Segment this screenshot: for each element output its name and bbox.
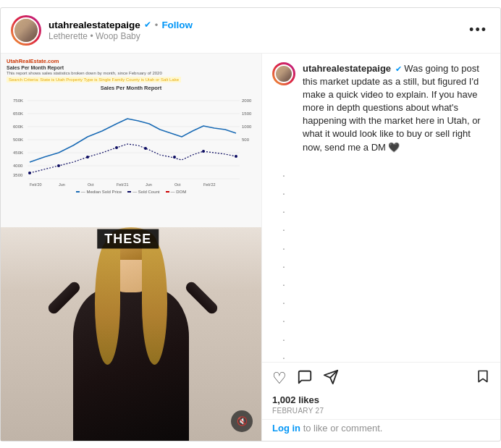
svg-text:3500: 3500	[13, 173, 23, 177]
chart-site: UtahRealEstate.com	[7, 58, 256, 64]
person-body	[73, 289, 189, 441]
svg-text:Jun: Jun	[59, 182, 65, 187]
svg-text:1000: 1000	[242, 124, 252, 129]
save-icon	[476, 368, 490, 384]
comment-icon	[297, 369, 313, 385]
actions-bar: ♡	[262, 362, 500, 392]
share-button[interactable]	[323, 369, 339, 387]
svg-text:650K: 650K	[13, 111, 23, 116]
header-avatar[interactable]	[11, 15, 41, 46]
login-row: Log in to like or comment.	[262, 419, 500, 441]
follow-button[interactable]: Follow	[161, 20, 193, 30]
action-icons: ♡	[272, 368, 490, 389]
svg-point-18	[28, 172, 31, 174]
chart-criteria: Search Criteria: State is Utah Property …	[7, 77, 181, 83]
chart-overlay: UtahRealEstate.com Sales Per Month Repor…	[1, 54, 261, 240]
comments-area: utahrealestatepaige ✔ Was going to post …	[262, 54, 500, 362]
comment-verified-icon: ✔	[395, 64, 402, 73]
comment-text: Was going to post this market update as …	[303, 63, 481, 153]
svg-text:Feb'21: Feb'21	[117, 182, 129, 187]
comment-body: utahrealestatepaige ✔ Was going to post …	[303, 62, 490, 154]
chart-legend: — Median Sold Price — Sold Count — DOM	[7, 190, 256, 194]
chart-desc: This report shows sales statistics broke…	[7, 71, 256, 75]
person-silhouette	[1, 227, 261, 440]
video-caption: THESE	[97, 229, 159, 249]
login-link[interactable]: Log in	[272, 423, 300, 434]
likes-row: 1,002 likes	[262, 392, 500, 407]
chart-main-title: Sales Per Month Report	[7, 85, 256, 91]
arm-left	[46, 279, 82, 315]
chart-svg: 750K 650K 600K 500K 450K 4000 3500 2000 …	[7, 93, 256, 187]
more-options-button[interactable]: •••	[466, 22, 490, 38]
likes-count[interactable]: 1,002 likes	[272, 394, 319, 405]
dot-separator: •	[155, 20, 159, 30]
svg-text:Jun: Jun	[146, 182, 152, 187]
header-info: utahrealestatepaige ✔ • Follow Letherett…	[49, 20, 466, 41]
svg-text:Oct: Oct	[88, 182, 94, 187]
svg-text:1500: 1500	[242, 111, 252, 116]
post-container: utahrealestatepaige ✔ • Follow Letherett…	[0, 7, 501, 441]
comment-username[interactable]: utahrealestatepaige	[303, 63, 391, 74]
like-button[interactable]: ♡	[272, 371, 287, 386]
svg-point-22	[144, 147, 147, 150]
svg-point-20	[86, 156, 89, 159]
svg-text:4000: 4000	[13, 164, 23, 168]
login-text: to like or comment.	[303, 423, 383, 434]
comment-avatar[interactable]	[272, 62, 295, 85]
svg-point-25	[235, 155, 237, 158]
post-content: UtahRealEstate.com Sales Per Month Repor…	[1, 54, 500, 441]
svg-point-21	[115, 146, 118, 149]
arm-right	[184, 279, 219, 315]
svg-text:450K: 450K	[13, 151, 23, 155]
mute-icon: 🔇	[237, 416, 248, 426]
svg-text:600K: 600K	[13, 124, 23, 129]
svg-text:500K: 500K	[13, 138, 23, 142]
svg-text:Oct: Oct	[174, 182, 181, 187]
person-figure	[30, 231, 232, 441]
username-row: utahrealestatepaige ✔ • Follow	[49, 20, 466, 30]
main-comment: utahrealestatepaige ✔ Was going to post …	[272, 62, 490, 154]
post-header: utahrealestatepaige ✔ • Follow Letherett…	[1, 8, 500, 54]
person-area	[1, 227, 261, 440]
svg-text:Feb'20: Feb'20	[30, 182, 42, 187]
post-media[interactable]: UtahRealEstate.com Sales Per Month Repor…	[1, 54, 261, 441]
svg-text:2000: 2000	[242, 98, 252, 103]
svg-marker-35	[479, 371, 487, 381]
date-row: FEBRUARY 27	[262, 407, 500, 418]
svg-point-24	[202, 150, 205, 153]
dots-list: . . . . . . . . . . .	[272, 164, 490, 362]
chart-report-title: Sales Per Month Report	[7, 65, 256, 70]
svg-text:Feb'22: Feb'22	[203, 182, 216, 187]
save-button[interactable]	[476, 368, 490, 389]
svg-point-23	[173, 156, 176, 159]
share-icon	[323, 369, 339, 385]
svg-text:750K: 750K	[13, 98, 23, 103]
header-username[interactable]: utahrealestatepaige	[49, 20, 140, 30]
svg-point-19	[57, 164, 60, 167]
header-subtitle: Letherette • Woop Baby	[49, 31, 466, 41]
post-sidebar: utahrealestatepaige ✔ Was going to post …	[261, 54, 500, 441]
verified-icon: ✔	[144, 20, 151, 30]
mute-button[interactable]: 🔇	[231, 410, 253, 432]
svg-text:500: 500	[242, 138, 250, 142]
comment-button[interactable]	[297, 369, 313, 387]
